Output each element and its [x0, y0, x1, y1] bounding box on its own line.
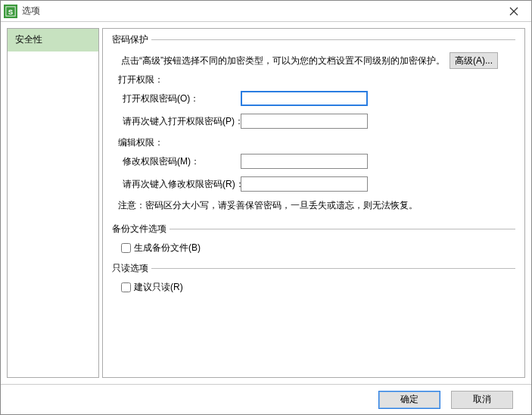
cancel-button[interactable]: 取消 — [451, 391, 513, 409]
window-title: 选项 — [22, 5, 499, 17]
dialog-footer: 确定 取消 — [1, 384, 531, 414]
recommend-readonly-checkbox[interactable] — [121, 282, 131, 292]
sidebar-item-security[interactable]: 安全性 — [8, 29, 98, 51]
open-permission-header: 打开权限： — [118, 73, 514, 86]
section-backup-legend: 备份文件选项 — [112, 223, 170, 236]
section-password: 密码保护 点击“高级”按钮选择不同的加密类型，可以为您的文档设置不同级别的加密保… — [112, 33, 515, 218]
sidebar-item-label: 安全性 — [15, 34, 42, 45]
advanced-button[interactable]: 高级(A)... — [450, 52, 498, 69]
password-help-text: 点击“高级”按钮选择不同的加密类型，可以为您的文档设置不同级别的加密保护。 — [121, 55, 445, 67]
ok-button[interactable]: 确定 — [378, 391, 440, 409]
close-icon[interactable] — [499, 2, 528, 21]
svg-text:S: S — [8, 7, 14, 15]
section-readonly: 只读选项 建议只读(R) — [112, 262, 515, 297]
edit-password-input[interactable] — [241, 154, 368, 169]
recommend-readonly-label: 建议只读(R) — [134, 281, 183, 294]
edit-password-confirm-label: 请再次键入修改权限密码(R)： — [123, 178, 241, 191]
edit-permission-header: 编辑权限： — [118, 136, 514, 149]
section-backup: 备份文件选项 生成备份文件(B) — [112, 223, 515, 257]
edit-password-label: 修改权限密码(M)： — [123, 155, 241, 168]
generate-backup-checkbox[interactable] — [121, 243, 131, 253]
section-password-legend: 密码保护 — [112, 33, 151, 46]
generate-backup-label: 生成备份文件(B) — [134, 242, 201, 254]
open-password-label: 打开权限密码(O)： — [123, 92, 241, 105]
open-password-confirm-input[interactable] — [241, 114, 368, 129]
content-panel: 密码保护 点击“高级”按钮选择不同的加密类型，可以为您的文档设置不同级别的加密保… — [102, 28, 525, 378]
open-password-input[interactable] — [241, 91, 368, 106]
section-readonly-legend: 只读选项 — [112, 262, 151, 275]
app-icon: S — [4, 5, 17, 18]
password-note: 注意：密码区分大小写，请妥善保管密码，一旦丢失或遗忘，则无法恢复。 — [118, 199, 514, 212]
sidebar: 安全性 — [7, 28, 99, 378]
edit-password-confirm-input[interactable] — [241, 176, 368, 192]
titlebar: S 选项 — [1, 1, 531, 22]
open-password-confirm-label: 请再次键入打开权限密码(P)： — [123, 115, 241, 128]
